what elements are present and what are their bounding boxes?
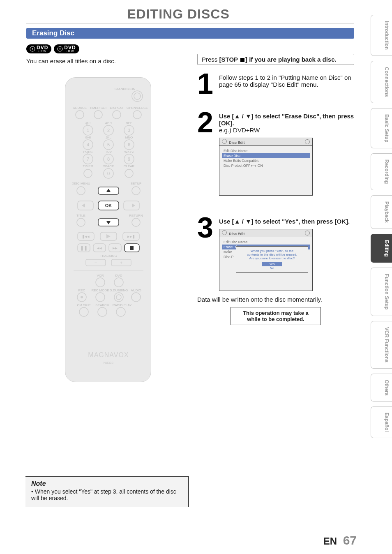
svg-text:REC: REC — [78, 289, 85, 292]
svg-point-12 — [113, 111, 121, 119]
svg-point-88 — [96, 278, 105, 287]
press-stop-post: ] if you are playing back a disc. — [245, 56, 337, 63]
footer-lang: EN — [323, 536, 337, 547]
svg-text:▮◂◂: ▮◂◂ — [82, 234, 90, 239]
tab-recording[interactable]: Recording — [371, 153, 392, 190]
svg-point-104 — [98, 307, 107, 316]
svg-text:MNO: MNO — [125, 136, 133, 139]
svg-text:SPACE: SPACE — [103, 164, 114, 168]
svg-point-103 — [79, 307, 88, 316]
svg-text:5: 5 — [107, 142, 110, 147]
svg-text:DEF: DEF — [126, 121, 132, 125]
step-3: 3 Use [▲ / ▼] to select "Yes", then pres… — [197, 218, 354, 325]
svg-point-10 — [76, 111, 84, 119]
svg-text:TIMER SET: TIMER SET — [90, 106, 107, 110]
badge-dvd-plus-rw: DVD +RW — [26, 44, 51, 53]
svg-point-62 — [77, 218, 85, 226]
svg-text:0: 0 — [107, 171, 110, 176]
svg-text:TRACKING: TRACKING — [100, 254, 117, 258]
step-2-number: 2 — [197, 113, 213, 196]
press-stop-box: Press [STOP ] if you are playing back a … — [197, 54, 354, 65]
svg-text:WXYZ: WXYZ — [124, 150, 134, 154]
popup-no: No — [262, 266, 282, 270]
svg-rect-58 — [124, 201, 139, 210]
svg-point-96 — [96, 293, 105, 302]
step-2-eg: e.g.) DVD+RW — [219, 127, 260, 134]
osd-row: Make Edits Compatible — [222, 158, 310, 163]
svg-point-99 — [131, 293, 141, 302]
svg-point-98 — [116, 295, 121, 300]
tab-connections[interactable]: Connections — [371, 61, 392, 103]
svg-text:▸▸: ▸▸ — [113, 245, 118, 250]
svg-point-63 — [132, 218, 140, 226]
osd-step-3: Disc Edit Edit Disc Name Erase Disc Make… — [219, 229, 313, 291]
svg-text:OPEN/CLOSE: OPEN/CLOSE — [127, 106, 148, 110]
svg-text:AUDIO: AUDIO — [131, 289, 141, 292]
svg-text:DISC MENU: DISC MENU — [72, 182, 90, 185]
tab-vcr-functions[interactable]: VCR Functions — [371, 321, 392, 369]
svg-text:+: + — [120, 260, 122, 265]
tab-espanol[interactable]: Español — [371, 406, 392, 438]
tab-editing[interactable]: Editing — [371, 234, 392, 263]
label-standby: STANDBY-ON — [114, 87, 135, 91]
osd-popup: When you press "Yes", all the contents i… — [236, 246, 308, 273]
step-1: 1 Follow steps 1 to 2 in "Putting Name o… — [197, 74, 354, 94]
svg-text:NB332: NB332 — [104, 361, 114, 365]
step-2: 2 Use [▲ / ▼] to select "Erase Disc", th… — [197, 113, 354, 196]
step-3-number: 3 — [197, 218, 213, 291]
svg-text:SOURCE: SOURCE — [73, 106, 87, 110]
svg-text:RETURN: RETURN — [129, 214, 143, 217]
stop-icon — [240, 58, 244, 62]
svg-text:6: 6 — [128, 142, 130, 147]
svg-text:DISPLAY: DISPLAY — [110, 106, 124, 110]
svg-point-1 — [32, 48, 33, 50]
svg-text:3: 3 — [128, 128, 130, 133]
note-box: Note • When you select "Yes" at step 3, … — [25, 476, 189, 507]
page-title: EDITING DISCS — [0, 7, 357, 22]
svg-text:PQRS: PQRS — [83, 150, 93, 154]
svg-text:CM SKIP: CM SKIP — [77, 303, 91, 307]
svg-point-11 — [94, 111, 102, 119]
remote-illustration: STANDBY-ON SOURCE TIMER SET DISPLAY OPEN… — [65, 77, 151, 382]
svg-text:CLEAR: CLEAR — [124, 164, 135, 168]
svg-text:DVD: DVD — [115, 274, 122, 277]
svg-text:SETUP: SETUP — [131, 182, 142, 185]
svg-rect-54 — [78, 201, 93, 210]
note-title: Note — [31, 480, 182, 487]
title-divider — [26, 23, 354, 23]
badge-line2: −RW — [66, 50, 75, 53]
osd-step-2: Disc Edit Edit Disc Name Erase Disc Make… — [219, 138, 313, 196]
svg-point-3 — [60, 48, 61, 50]
svg-text:8: 8 — [107, 157, 110, 162]
page-footer: EN 67 — [0, 533, 357, 547]
svg-text:❚❚: ❚❚ — [80, 245, 88, 251]
svg-text:−: − — [95, 260, 97, 265]
intro-text: You can erase all titles on a disc. — [26, 58, 174, 65]
gear-icon — [222, 230, 227, 235]
footer-page-number: 67 — [343, 533, 357, 547]
svg-text:4: 4 — [87, 142, 89, 147]
svg-text:2: 2 — [107, 128, 110, 133]
osd-row: Edit Disc Name — [222, 148, 310, 153]
svg-text:7: 7 — [87, 157, 89, 162]
step-3-result-box: This operation may take awhile to be com… — [231, 307, 321, 325]
svg-point-89 — [114, 278, 123, 287]
svg-text:TITLE: TITLE — [76, 214, 85, 217]
step-3-result: Data will be written onto the disc momen… — [197, 296, 354, 303]
disc-type-badges: DVD +RW DVD −RW — [26, 44, 79, 53]
svg-text:◂◂: ◂◂ — [97, 245, 102, 250]
tab-others[interactable]: Others — [371, 374, 392, 402]
svg-text:▸▸▮: ▸▸▮ — [127, 234, 135, 239]
svg-point-13 — [133, 111, 141, 119]
section-title: Erasing Disc — [26, 29, 74, 37]
tab-introduction[interactable]: Introduction — [371, 15, 392, 56]
tab-function-setup[interactable]: Function Setup — [371, 268, 392, 316]
badge-dvd-minus-rw: DVD −RW — [54, 44, 79, 53]
press-stop-pre: Press — [202, 56, 219, 63]
tab-basic-setup[interactable]: Basic Setup — [371, 108, 392, 149]
osd-row-selected: Erase Disc — [222, 153, 310, 158]
svg-text:D.DUBBING: D.DUBBING — [110, 289, 128, 292]
tab-playback[interactable]: Playback — [371, 195, 392, 229]
svg-text:REC MODE: REC MODE — [91, 289, 109, 292]
svg-text:@ !: @ ! — [85, 121, 91, 125]
